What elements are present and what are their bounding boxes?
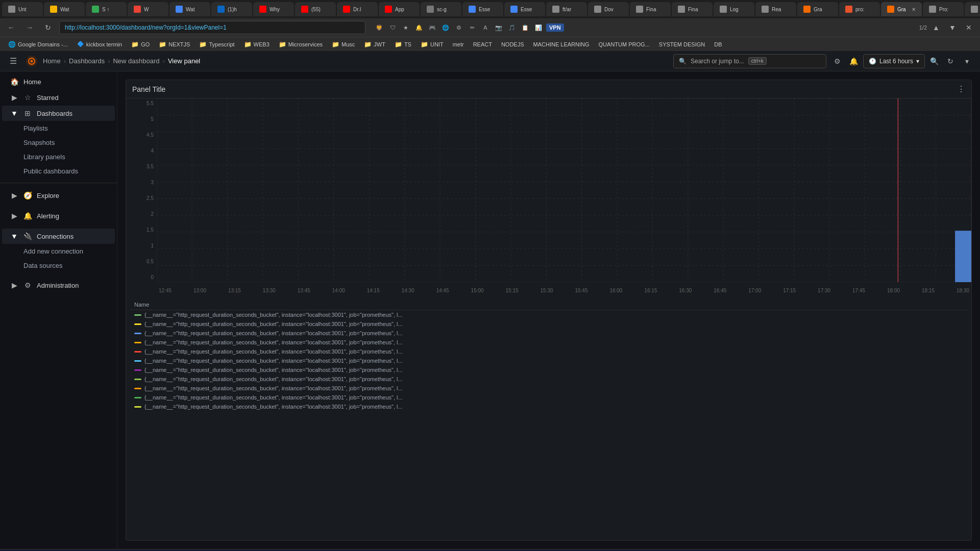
bookmark-sysdesign[interactable]: SYSTEM DESIGN: [655, 40, 709, 48]
tab-15[interactable]: Dov: [588, 2, 629, 16]
tab-4[interactable]: W: [128, 2, 168, 16]
tab-3[interactable]: S ↑: [86, 2, 127, 16]
browser-icon-7[interactable]: ⚙: [453, 22, 464, 33]
sidebar-item-administration[interactable]: ▶ ⚙ Administration: [2, 278, 115, 293]
browser-icon-9[interactable]: A: [480, 22, 491, 33]
tab-8[interactable]: (55): [295, 2, 336, 16]
bookmark-microservices[interactable]: 📁 Microservices: [275, 40, 327, 49]
legend-row-6[interactable]: {__name__="http_request_duration_seconds…: [130, 365, 967, 374]
refresh-button[interactable]: ↻: [943, 54, 958, 68]
tab-24[interactable]: Pro:: [965, 2, 980, 16]
bookmark-ml[interactable]: MACHINE LEARNING: [529, 40, 594, 48]
tab-16[interactable]: Fina: [630, 2, 671, 16]
browser-icon-3[interactable]: ★: [400, 22, 411, 33]
vpn-badge[interactable]: VPN: [546, 23, 564, 32]
tab-7[interactable]: Why: [253, 2, 294, 16]
tab-17[interactable]: Fina: [672, 2, 713, 16]
tab-18[interactable]: Log: [714, 2, 754, 16]
legend-row-0[interactable]: {__name__="http_request_duration_seconds…: [130, 310, 967, 319]
bookmark-google-domains[interactable]: 🌐 Google Domains -...: [4, 40, 72, 49]
browser-icon-10[interactable]: 📷: [493, 22, 504, 33]
bookmark-kickbox[interactable]: 🔷 kickbox termin: [73, 40, 126, 48]
browser-icon-2[interactable]: 🛡: [387, 22, 398, 33]
sidebar-item-playlists[interactable]: Playlists: [2, 121, 115, 135]
bookmark-jwt[interactable]: 📁 JWT: [360, 40, 389, 49]
tab-10[interactable]: App: [379, 2, 420, 16]
browser-icon-13[interactable]: 📊: [533, 22, 544, 33]
tab-9[interactable]: Dr.I: [337, 2, 378, 16]
sidebar-item-public-dashboards[interactable]: Public dashboards: [2, 164, 115, 178]
hamburger-menu-button[interactable]: ☰: [6, 54, 20, 68]
legend-row-3[interactable]: {__name__="http_request_duration_seconds…: [130, 338, 967, 347]
browser-icon-12[interactable]: 📋: [520, 22, 531, 33]
bookmark-unit[interactable]: 📁 UNIT: [416, 40, 448, 49]
notifications-button[interactable]: 🔔: [847, 54, 861, 68]
tab-13[interactable]: Esse: [504, 2, 545, 16]
prev-page-btn[interactable]: ▲: [929, 20, 943, 35]
time-range-picker[interactable]: 🕐 Last 6 hours ▾: [863, 54, 925, 68]
legend-row-7[interactable]: {__name__="http_request_duration_seconds…: [130, 374, 967, 384]
bookmark-web3[interactable]: 📁 WEB3: [240, 40, 274, 49]
tab-21[interactable]: pro:: [839, 2, 880, 16]
tab-11[interactable]: sc-g: [421, 2, 461, 16]
tab-22-active[interactable]: Gra ✕: [881, 2, 922, 16]
panel-menu-button[interactable]: ⋮: [957, 84, 965, 94]
bookmark-nodejs[interactable]: NODEJS: [497, 40, 528, 48]
browser-icon-1[interactable]: 🦁: [374, 22, 385, 33]
back-button[interactable]: ←: [4, 20, 18, 35]
browser-icon-6[interactable]: 🌐: [440, 22, 451, 33]
tab-20[interactable]: Gra: [797, 2, 838, 16]
sidebar-item-data-sources[interactable]: Data sources: [2, 259, 115, 272]
tab-12[interactable]: Esse: [462, 2, 503, 16]
tab-2[interactable]: Wat: [44, 2, 85, 16]
breadcrumb-new-dashboard[interactable]: New dashboard: [113, 57, 159, 65]
sidebar-item-alerting[interactable]: ▶ 🔔 Alerting: [2, 208, 115, 223]
sidebar-item-add-connection[interactable]: Add new connection: [2, 244, 115, 258]
tab-6[interactable]: (1)h: [211, 2, 252, 16]
sidebar-item-dashboards[interactable]: ▼ ⊞ Dashboards: [2, 106, 115, 121]
browser-icon-4[interactable]: 🔔: [413, 22, 425, 33]
tab-19[interactable]: Rea: [755, 2, 796, 16]
bookmark-nextjs[interactable]: 📁 NEXTJS: [155, 40, 194, 49]
legend-row-5[interactable]: {__name__="http_request_duration_seconds…: [130, 356, 967, 365]
tab-22-close[interactable]: ✕: [912, 7, 916, 12]
bookmark-db[interactable]: DB: [710, 40, 726, 48]
bookmark-metr[interactable]: metr: [449, 40, 468, 48]
browser-icon-5[interactable]: 🎮: [427, 22, 438, 33]
legend-row-9[interactable]: {__name__="http_request_duration_seconds…: [130, 393, 967, 402]
browser-icon-11[interactable]: 🎵: [506, 22, 518, 33]
settings-button[interactable]: ⚙: [830, 54, 845, 68]
refresh-interval-button[interactable]: ▾: [960, 54, 974, 68]
legend-row-8[interactable]: {__name__="http_request_duration_seconds…: [130, 384, 967, 393]
close-search-btn[interactable]: ✕: [962, 20, 976, 35]
browser-icon-8[interactable]: ✏: [467, 22, 478, 33]
sidebar-item-snapshots[interactable]: Snapshots: [2, 136, 115, 149]
breadcrumb-home[interactable]: Home: [43, 57, 61, 65]
legend-row-10[interactable]: {__name__="http_request_duration_seconds…: [130, 402, 967, 411]
tab-23[interactable]: Pro:: [923, 2, 964, 16]
sidebar-item-connections[interactable]: ▼ 🔌 Connections: [2, 229, 115, 244]
breadcrumb-dashboards[interactable]: Dashboards: [69, 57, 105, 65]
legend-row-2[interactable]: {__name__="http_request_duration_seconds…: [130, 329, 967, 338]
forward-button[interactable]: →: [22, 20, 37, 35]
zoom-out-button[interactable]: 🔍: [927, 54, 941, 68]
bookmark-go[interactable]: 📁 GO: [127, 40, 154, 49]
reload-button[interactable]: ↻: [41, 20, 55, 35]
sidebar-item-home[interactable]: 🏠 Home: [2, 74, 115, 89]
bookmark-react[interactable]: REACT: [469, 40, 496, 48]
tab-5[interactable]: Wat: [169, 2, 210, 16]
bookmark-musc[interactable]: 📁 Musc: [328, 40, 359, 49]
legend-row-4[interactable]: {__name__="http_request_duration_seconds…: [130, 347, 967, 356]
tab-14[interactable]: ft/ar: [546, 2, 587, 16]
sidebar-item-starred[interactable]: ▶ ☆ Starred: [2, 90, 115, 105]
bookmark-ts[interactable]: 📁 TS: [390, 40, 415, 49]
bookmark-typescript[interactable]: 📁 Typescript: [195, 40, 238, 49]
bookmark-quantum[interactable]: QUANTUM PROG...: [595, 40, 654, 48]
sidebar-item-explore[interactable]: ▶ 🧭 Explore: [2, 188, 115, 203]
next-page-btn[interactable]: ▼: [945, 20, 960, 35]
legend-row-1[interactable]: {__name__="http_request_duration_seconds…: [130, 319, 967, 329]
topbar-search[interactable]: 🔍 Search or jump to... ctrl+k: [673, 54, 826, 68]
tab-1[interactable]: Unt: [2, 2, 43, 16]
sidebar-item-library-panels[interactable]: Library panels: [2, 150, 115, 164]
address-input[interactable]: http://localhost:3000/dashboard/new?orgI…: [59, 21, 365, 34]
